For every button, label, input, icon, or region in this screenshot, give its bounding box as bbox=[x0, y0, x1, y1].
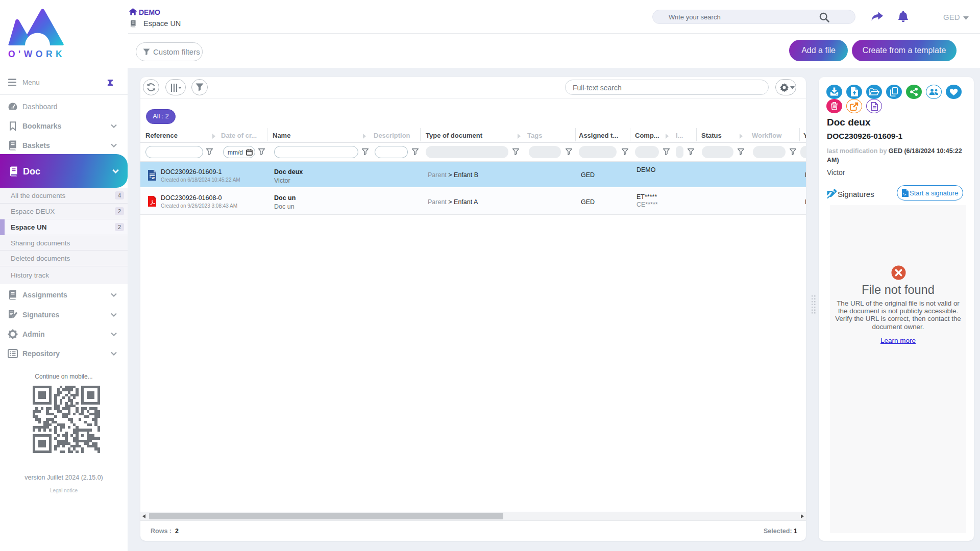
svg-text:O'WORK: O'WORK bbox=[8, 49, 65, 59]
svg-text:w: w bbox=[151, 176, 155, 180]
